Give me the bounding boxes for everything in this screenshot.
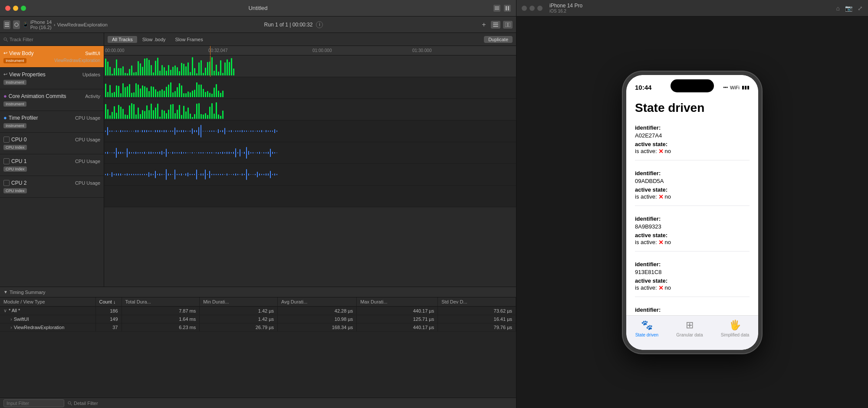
filter-tab-slow-frames[interactable]: Slow Frames: [171, 36, 207, 43]
cell-total: 6.23 ms: [122, 323, 200, 332]
track-item-core-animation[interactable]: ● Core Animation Commits Activity Instru…: [0, 89, 104, 111]
identifier-value: 913E81C8: [635, 269, 661, 275]
track-list: ↩ View Body SwiftUI Instrument ViewRedra…: [0, 46, 104, 287]
is-active-value: no: [665, 284, 671, 291]
svg-rect-7: [5, 26, 9, 27]
close-button[interactable]: [5, 6, 10, 11]
col-module[interactable]: Module / View Type: [0, 297, 95, 307]
chart-row-cpu1: [104, 164, 516, 186]
granular-data-icon: ⊞: [684, 319, 696, 331]
info-button[interactable]: i: [316, 21, 323, 28]
table-row[interactable]: ∨* All * 186 7.87 ms 1.42 µs 42.28 µs 44…: [0, 307, 516, 315]
maximize-button[interactable]: [21, 6, 26, 11]
active-state-row: is active: ✕ no: [635, 284, 750, 291]
track-item-cpu1[interactable]: CPU 1 CPU Usage CPU Index: [0, 154, 104, 176]
track-category: CPU Usage: [75, 115, 100, 121]
active-state-label: active state:: [635, 232, 667, 238]
cell-std: 79.76 µs: [438, 323, 516, 332]
tab-granular-data[interactable]: ⊞ Granular data: [676, 319, 703, 337]
identifier-label: identifier:: [635, 170, 661, 176]
cell-min: 26.79 µs: [200, 323, 278, 332]
sidebar-toggle-button[interactable]: [493, 5, 500, 12]
table-row[interactable]: ›ViewRedrawExploration 37 6.23 ms 26.79 …: [0, 323, 516, 332]
col-count[interactable]: Count ↓: [95, 297, 122, 307]
detail-filter-label: Detail Filter: [74, 401, 98, 406]
state-driven-icon: 🐾: [641, 319, 653, 331]
is-active-value: no: [665, 239, 671, 245]
svg-rect-4: [508, 6, 509, 10]
cell-avg: 168.34 µs: [278, 323, 357, 332]
cell-min: 1.42 µs: [200, 307, 278, 315]
bottom-panel: ▼ Timing Summary Module / View Type Coun…: [0, 287, 516, 408]
filter-tab-all-tracks[interactable]: All Tracks: [108, 36, 137, 43]
col-total[interactable]: Total Dura...: [122, 297, 200, 307]
time-ruler: 00:00.000 00:32.047 01:00.000 01:30.000: [104, 46, 516, 55]
split-view-button[interactable]: [503, 21, 513, 29]
sim-minimize: [529, 6, 535, 11]
sim-toolbar: iPhone 14 Pro iOS 16.2 ⌂ 📷 ⤢: [516, 0, 868, 16]
cell-max: 440.17 µs: [357, 307, 438, 315]
window-title: Untitled: [248, 5, 267, 11]
detail-filter[interactable]: Detail Filter: [68, 401, 98, 406]
active-state-row: is active: ✕ no: [635, 148, 750, 155]
svg-point-8: [15, 23, 18, 26]
tab-state-driven[interactable]: 🐾 State driven: [635, 319, 658, 337]
cell-total: 1.64 ms: [122, 315, 200, 323]
rotate-icon[interactable]: ⤢: [858, 5, 863, 12]
input-filter[interactable]: [3, 399, 64, 407]
col-min[interactable]: Min Durati...: [200, 297, 278, 307]
track-item-time-profiler[interactable]: ● Time Profiler CPU Usage Instrument: [0, 111, 104, 133]
svg-rect-12: [505, 23, 507, 27]
minimize-button[interactable]: [13, 6, 18, 11]
track-item-cpu2[interactable]: CPU 2 CPU Usage CPU Index: [0, 176, 104, 198]
track-name: Time Profiler: [9, 115, 38, 121]
main-area: ↩ View Body SwiftUI Instrument ViewRedra…: [0, 46, 516, 287]
track-sub: ViewRedrawExploration: [54, 58, 100, 63]
identifier-value: 8A9B9323: [635, 223, 661, 230]
identifier-label: identifier:: [635, 261, 661, 268]
run-info: Run 1 of 1 | 00:00:32: [264, 22, 313, 28]
chart-row-cpu2: [104, 186, 516, 207]
duplicate-button[interactable]: Duplicate: [484, 36, 513, 43]
status-icons: ••• WiFi ▮▮▮: [723, 85, 750, 90]
simplified-data-icon: 🖐: [729, 319, 741, 331]
pause-button[interactable]: [504, 5, 511, 12]
svg-rect-11: [493, 26, 498, 27]
device-selector[interactable]: 📱 iPhone 14 Pro (16.2) › ViewRedrawExplo…: [23, 20, 108, 30]
home-icon[interactable]: ⌂: [836, 5, 840, 12]
sidebar-icon[interactable]: [3, 20, 10, 29]
active-state-row: is active: ✕ no: [635, 193, 750, 200]
track-item-view-properties[interactable]: ↩ View Properties Updates Instrument: [0, 68, 104, 89]
table-row[interactable]: ›SwiftUI 149 1.64 ms 1.42 µs 10.98 µs 12…: [0, 315, 516, 323]
active-state-label: active state:: [635, 186, 667, 193]
track-category: Updates: [82, 72, 100, 77]
track-category: SwiftUI: [85, 51, 100, 56]
track-filter[interactable]: Track Filter: [0, 33, 104, 46]
col-max[interactable]: Max Durati...: [357, 297, 438, 307]
add-track-button[interactable]: +: [480, 20, 488, 29]
timing-summary-header: ▼ Timing Summary: [0, 287, 516, 297]
svg-rect-1: [495, 8, 499, 9]
is-active-label: is active:: [635, 284, 657, 291]
col-std[interactable]: Std Dev D...: [438, 297, 516, 307]
col-avg[interactable]: Avg Durati...: [278, 297, 357, 307]
cell-total: 7.87 ms: [122, 307, 200, 315]
track-item-view-body[interactable]: ↩ View Body SwiftUI Instrument ViewRedra…: [0, 46, 104, 68]
identifier-value: A02E27A4: [635, 132, 662, 139]
view-toggle-button[interactable]: [491, 21, 500, 29]
screenshot-icon[interactable]: 📷: [845, 5, 852, 12]
svg-point-14: [4, 38, 7, 40]
record-button[interactable]: [13, 20, 20, 29]
battery-icon: ▮▮▮: [742, 85, 750, 90]
state-item-4: identifier: C5A2D2EB active state: is ac…: [635, 306, 750, 315]
titlebar-controls: [493, 5, 511, 12]
tab-simplified-data[interactable]: 🖐 Simplified data: [721, 319, 750, 337]
track-item-cpu0[interactable]: CPU 0 CPU Usage CPU Index: [0, 133, 104, 154]
sim-toolbar-icons: ⌂ 📷 ⤢: [836, 5, 863, 12]
filter-tab-slow-body[interactable]: Slow .body: [138, 36, 170, 43]
track-badge: CPU Index: [3, 188, 27, 193]
track-badge: Instrument: [3, 80, 26, 85]
chart-row-time-profiler: [104, 121, 516, 142]
signal-icon: •••: [723, 85, 728, 90]
time-marker-3: 01:30.000: [412, 48, 432, 53]
